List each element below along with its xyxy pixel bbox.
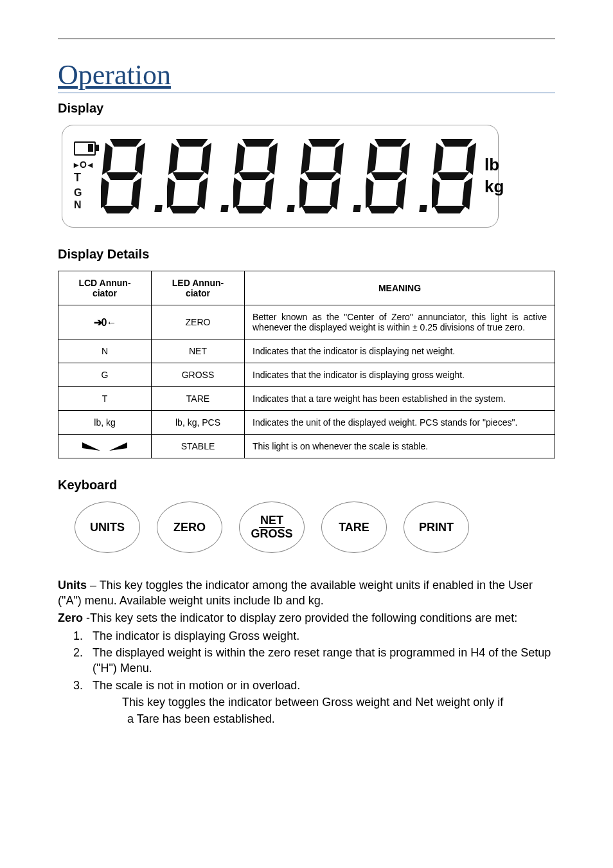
key-print: PRINT [404, 502, 469, 553]
key-zero: ZERO [157, 502, 222, 553]
svg-marker-1 [105, 172, 138, 180]
list-item: The scale is not in motion or in overloa… [86, 678, 555, 693]
lcd-dp [419, 205, 427, 212]
svg-marker-34 [395, 177, 406, 210]
th-meaning: MEANING [245, 271, 555, 305]
svg-marker-8 [172, 172, 204, 180]
svg-marker-39 [465, 143, 476, 175]
lcd-display: ▸ O ◂ T G N [62, 125, 499, 228]
key-units: UNITS [75, 502, 140, 553]
svg-marker-38 [433, 143, 444, 175]
cell-led: TARE [152, 387, 245, 411]
table-row: T TARE Indicates that a tare weight has … [58, 387, 555, 411]
svg-marker-16 [235, 206, 267, 213]
svg-marker-15 [238, 172, 271, 180]
svg-marker-25 [333, 143, 344, 175]
cell-led: lb, kg, PCS [152, 411, 245, 435]
svg-marker-4 [134, 143, 145, 175]
table-row: ➔0← ZERO Better known as the "Center of … [58, 305, 555, 339]
lcd-units: lb kg [482, 154, 504, 198]
cell-lcd: T [58, 387, 152, 411]
units-desc: – This key toggles the indicator among t… [58, 579, 533, 607]
svg-marker-27 [329, 177, 340, 210]
lcd-annunciators: ▸ O ◂ T G N [74, 141, 96, 212]
svg-marker-41 [461, 177, 472, 210]
svg-marker-29 [370, 172, 403, 180]
svg-marker-18 [267, 143, 278, 175]
svg-marker-24 [301, 143, 312, 175]
cell-led: STABLE [152, 435, 245, 458]
svg-marker-2 [102, 206, 135, 213]
units-label: Units [58, 579, 87, 592]
display-details-table: LCD Annun- ciator LED Annun- ciator MEAN… [58, 271, 555, 458]
svg-marker-23 [301, 206, 333, 213]
page: Operation Display ▸ O ◂ T G N [0, 0, 613, 754]
svg-marker-26 [299, 177, 308, 210]
lcd-digit [233, 138, 283, 215]
table-row: lb, kg lb, kg, PCS Indicates the unit of… [58, 411, 555, 435]
top-rule [58, 39, 555, 39]
lcd-digits [96, 138, 482, 215]
body-text: Units – This key toggles the indicator a… [58, 577, 555, 727]
list-item: The displayed weight is within the zero … [86, 645, 555, 676]
svg-marker-5 [101, 177, 109, 210]
lcd-digit [299, 138, 350, 215]
cell-led: GROSS [152, 363, 245, 387]
svg-marker-10 [168, 143, 179, 175]
svg-marker-19 [233, 177, 242, 210]
netgross-desc: This key toggles the indicator between G… [122, 694, 555, 727]
svg-marker-11 [200, 143, 211, 175]
lcd-digit [366, 138, 416, 215]
lcd-unit-lb: lb [484, 154, 504, 176]
section-display: Display [58, 101, 555, 116]
svg-marker-35 [440, 139, 473, 147]
cell-meaning: Better known as the "Center of Zero" ann… [245, 305, 555, 339]
svg-marker-12 [167, 177, 175, 210]
section-keyboard: Keyboard [58, 478, 555, 493]
cell-meaning: Indicates that the indicator is displayi… [245, 339, 555, 363]
keyboard-illustration: UNITS ZERO NET GROSS TARE PRINT [75, 502, 555, 553]
svg-marker-37 [433, 206, 466, 213]
svg-marker-0 [109, 139, 142, 147]
table-row: G GROSS Indicates that the indicator is … [58, 363, 555, 387]
zero-arrows-icon: ➔0← [94, 317, 116, 328]
lcd-dp [287, 205, 295, 212]
lcd-gn-annun: G N [74, 186, 96, 211]
th-lcd: LCD Annun- ciator [58, 271, 152, 305]
svg-marker-28 [374, 139, 407, 147]
cell-meaning: Indicates that the indicator is displayi… [245, 363, 555, 387]
lcd-digit [167, 138, 217, 215]
list-item: The indicator is displaying Gross weight… [86, 628, 555, 644]
cell-meaning: Indicates the unit of the displayed weig… [245, 411, 555, 435]
svg-marker-20 [263, 177, 274, 210]
cell-lcd: ➔0← [58, 305, 152, 339]
lcd-dp [353, 205, 361, 212]
lcd-dp [220, 205, 229, 212]
section-display-details: Display Details [58, 247, 555, 262]
cell-lcd: N [58, 339, 152, 363]
th-led: LED Annun- ciator [152, 271, 245, 305]
svg-marker-3 [102, 143, 113, 175]
svg-marker-17 [235, 143, 245, 175]
key-tare: TARE [321, 502, 387, 553]
battery-icon [74, 141, 96, 156]
svg-marker-13 [197, 177, 208, 210]
svg-marker-6 [130, 177, 141, 210]
lcd-digit [101, 138, 151, 215]
table-row: STABLE This light is on whenever the sca… [58, 435, 555, 458]
cell-led: ZERO [152, 305, 245, 339]
lcd-dp [154, 205, 163, 212]
svg-marker-7 [175, 139, 208, 147]
svg-marker-21 [308, 139, 341, 147]
lcd-zero-annun: ▸ O ◂ [74, 159, 96, 170]
table-row: N NET Indicates that the indicator is di… [58, 339, 555, 363]
stable-icon [82, 444, 127, 449]
zero-conditions: The indicator is displaying Gross weight… [86, 628, 555, 693]
svg-marker-40 [432, 177, 440, 210]
svg-marker-31 [367, 143, 378, 175]
svg-marker-32 [399, 143, 410, 175]
cell-meaning: Indicates that a tare weight has been es… [245, 387, 555, 411]
page-title: Operation [58, 59, 555, 93]
lcd-digit [432, 138, 482, 215]
svg-marker-30 [367, 206, 400, 213]
